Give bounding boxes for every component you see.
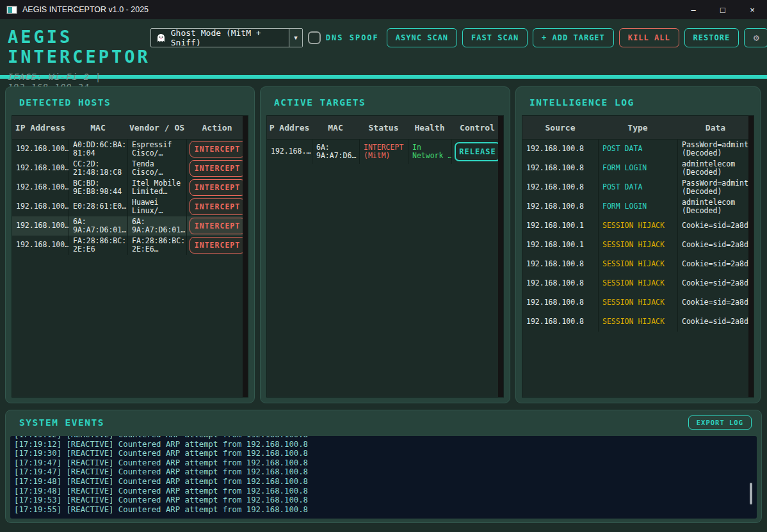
intel-data: admintelecom(Decoded)	[677, 159, 754, 178]
intel-row[interactable]: 192.168.100.8 SESSION HIJACK Cookie=sid=…	[522, 293, 754, 312]
intel-data: Cookie=sid=2a8d…	[677, 255, 754, 274]
log-line: [17:19:48] [REACTIVE] Countered ARP atte…	[14, 487, 753, 496]
async-scan-button[interactable]: ASYNC SCAN	[387, 28, 457, 47]
column-header: MAC	[312, 123, 359, 133]
intel-row[interactable]: 192.168.100.1 SESSION HIJACK Cookie=sid=…	[522, 216, 754, 236]
hosts-scrollbar[interactable]	[243, 116, 248, 397]
intel-source: 192.168.100.8	[522, 140, 598, 159]
active-targets-title: ACTIVE TARGETS	[274, 97, 505, 108]
intel-source: 192.168.100.8	[522, 255, 598, 274]
host-row[interactable]: 192.168.100… A0:DD:6C:BA:81:04 Espressif…	[12, 140, 248, 159]
intel-row[interactable]: 192.168.100.1 SESSION HIJACK Cookie=sid=…	[522, 236, 754, 255]
intel-source: 192.168.100.1	[522, 216, 598, 236]
intercept-button[interactable]: INTERCEPT	[190, 179, 245, 196]
host-mac: CC:2D:21:48:18:C8	[69, 159, 127, 178]
host-mac: FA:28:86:BC:2E:E6	[69, 236, 127, 255]
detected-hosts-panel: DETECTED HOSTS IP Address MAC Vendor / O…	[5, 86, 255, 403]
intel-type: SESSION HIJACK	[598, 216, 677, 236]
add-target-button[interactable]: + ADD TARGET	[533, 28, 614, 47]
intel-data: admintelecom(Decoded)	[677, 197, 754, 216]
host-ip: 192.168.100…	[12, 159, 69, 178]
host-ip: 192.168.100…	[12, 197, 69, 216]
host-vendor: FA:28:86:BC:2E:E6…	[127, 236, 186, 255]
intel-scrollbar[interactable]	[748, 116, 754, 397]
host-row-selected[interactable]: 192.168.100… 6A:9A:A7:D6:01… 6A:9A:A7:D6…	[12, 216, 248, 236]
intercept-button[interactable]: INTERCEPT	[190, 218, 245, 234]
minimize-icon[interactable]: –	[679, 0, 708, 19]
window-title: AEGIS INTERCEPTOR v1.0 - 2025	[22, 5, 149, 14]
export-log-button[interactable]: EXPORT LOG	[688, 415, 752, 430]
intel-type: SESSION HIJACK	[598, 255, 677, 274]
intel-source: 192.168.100.1	[522, 236, 598, 255]
column-header: Source	[522, 123, 598, 133]
intercept-button[interactable]: INTERCEPT	[190, 160, 245, 177]
active-targets-header: P Addres MAC Status Health Control	[267, 116, 503, 140]
dns-spoof-label: DNS SPOOF	[326, 33, 379, 42]
fast-scan-button[interactable]: FAST SCAN	[462, 28, 528, 47]
intel-row[interactable]: 192.168.100.8 POST DATA PassWord=admint……	[522, 140, 754, 159]
events-log[interactable]: [17:19:12] [REACTIVE] Countered ARP atte…	[10, 436, 757, 519]
log-line: [17:19:55] [REACTIVE] Countered ARP atte…	[14, 505, 753, 515]
release-button[interactable]: RELEASE	[455, 142, 501, 161]
mode-select[interactable]: Ghost Mode (MitM + Sniff) ▼	[150, 28, 303, 47]
host-mac: A0:DD:6C:BA:81:04	[69, 140, 127, 159]
page-title: AEGIS INTERCEPTOR	[8, 27, 150, 67]
restore-button[interactable]: RESTORE	[684, 28, 739, 47]
target-ip: 192.168.…	[267, 140, 312, 164]
target-health: InNetwork …	[408, 140, 451, 164]
log-line: [17:19:53] [REACTIVE] Countered ARP atte…	[14, 496, 753, 505]
host-mac: 6A:9A:A7:D6:01…	[69, 216, 127, 236]
intel-row[interactable]: 192.168.100.8 POST DATA PassWord=admint……	[522, 178, 754, 197]
host-ip: 192.168.100…	[12, 178, 69, 197]
targets-scrollbar[interactable]	[498, 116, 503, 397]
intel-type: POST DATA	[598, 178, 677, 197]
kill-all-button[interactable]: KILL ALL	[619, 28, 679, 47]
host-row[interactable]: 192.168.100… E0:28:61:E0… HuaweiLinux/… …	[12, 197, 248, 216]
column-header: MAC	[69, 123, 127, 133]
intel-row[interactable]: 192.168.100.8 FORM LOGIN admintelecom(De…	[522, 159, 754, 178]
target-row[interactable]: 192.168.… 6A:9A:A7:D6… INTERCEPT(MitM) I…	[267, 140, 503, 164]
intel-type: FORM LOGIN	[598, 159, 677, 178]
column-header: Vendor / OS	[127, 123, 186, 133]
host-mac: BC:BD:9E:B8:98:44	[69, 178, 127, 197]
detected-hosts-table: IP Address MAC Vendor / OS Action 192.16…	[12, 115, 248, 398]
host-row[interactable]: 192.168.100… BC:BD:9E:B8:98:44 Itel Mobi…	[12, 178, 248, 197]
column-header: Action	[186, 123, 248, 133]
log-line: [17:19:12] [REACTIVE] Countered ARP atte…	[14, 440, 753, 449]
host-vendor: 6A:9A:A7:D6:01…	[127, 216, 186, 236]
active-targets-table: P Addres MAC Status Health Control 192.1…	[266, 115, 504, 398]
host-row[interactable]: 192.168.100… FA:28:86:BC:2E:E6 FA:28:86:…	[12, 236, 248, 255]
intercept-button[interactable]: INTERCEPT	[190, 141, 245, 157]
intel-type: SESSION HIJACK	[598, 293, 677, 312]
intelligence-log-panel: INTELLIGENCE LOG Source Type Data 192.16…	[515, 86, 761, 403]
close-icon[interactable]: ×	[738, 0, 767, 19]
intel-row[interactable]: 192.168.100.8 SESSION HIJACK Cookie=sid=…	[522, 312, 754, 332]
intel-source: 192.168.100.8	[522, 312, 598, 332]
intel-row[interactable]: 192.168.100.8 FORM LOGIN admintelecom(De…	[522, 197, 754, 216]
settings-button[interactable]: ⚙	[744, 28, 767, 47]
host-vendor: Itel MobileLimited…	[127, 178, 186, 197]
header: AEGIS INTERCEPTOR IFACE: Wi-Fi 2 | 192.1…	[0, 19, 767, 75]
mode-select-value: Ghost Mode (MitM + Sniff)	[171, 28, 289, 47]
intercept-button[interactable]: INTERCEPT	[190, 237, 245, 254]
column-header: Type	[598, 123, 677, 133]
intercept-button[interactable]: INTERCEPT	[190, 198, 245, 215]
chevron-down-icon[interactable]: ▼	[289, 29, 302, 47]
intel-row[interactable]: 192.168.100.8 SESSION HIJACK Cookie=sid=…	[522, 274, 754, 293]
events-scrollbar-thumb[interactable]	[750, 483, 752, 504]
host-ip: 192.168.100…	[12, 140, 69, 159]
column-header: P Addres	[267, 123, 312, 133]
active-targets-panel: ACTIVE TARGETS P Addres MAC Status Healt…	[260, 86, 510, 403]
host-mac: E0:28:61:E0…	[69, 197, 127, 216]
intel-row[interactable]: 192.168.100.8 SESSION HIJACK Cookie=sid=…	[522, 255, 754, 274]
maximize-icon[interactable]: □	[708, 0, 738, 19]
column-header: Control	[451, 123, 503, 133]
titlebar: AEGIS INTERCEPTOR v1.0 - 2025 – □ ×	[0, 0, 767, 19]
intel-data: Cookie=sid=2a8d…	[677, 312, 754, 332]
log-line: [17:19:30] [REACTIVE] Countered ARP atte…	[14, 449, 753, 458]
dns-spoof-checkbox[interactable]	[308, 31, 321, 44]
intelligence-table: Source Type Data 192.168.100.8 POST DATA…	[522, 115, 754, 398]
intel-data: Cookie=sid=2a8d…	[677, 216, 754, 236]
intel-source: 192.168.100.8	[522, 293, 598, 312]
host-row[interactable]: 192.168.100… CC:2D:21:48:18:C8 TendaCisc…	[12, 159, 248, 178]
